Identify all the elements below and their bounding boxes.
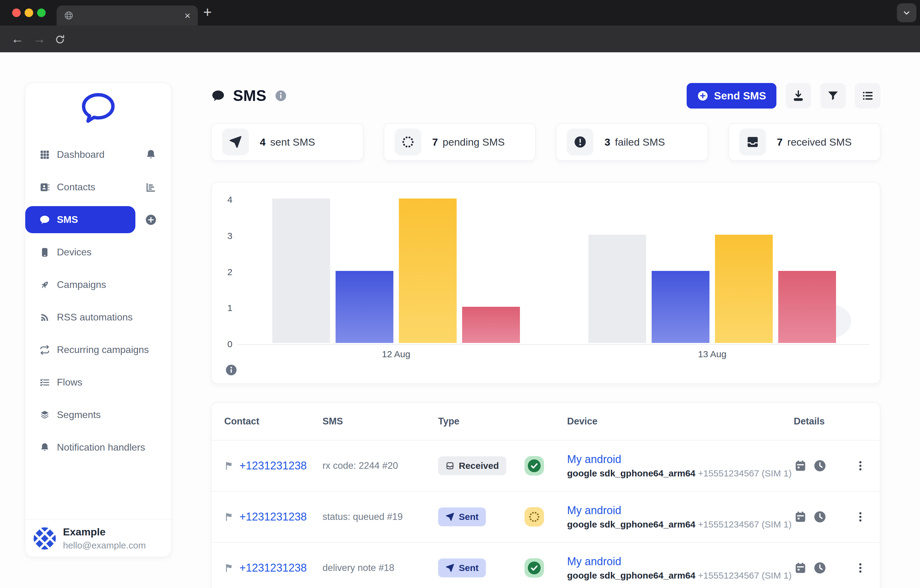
new-tab-button[interactable]: + <box>203 5 212 19</box>
device-model: google sdk_gphone64_arm64 <box>567 570 695 580</box>
bar-pending-12-aug[interactable] <box>399 199 457 343</box>
user-email: hello@example.com <box>63 540 146 551</box>
stat-card-failed-sms: 3 failed SMS <box>556 123 708 161</box>
tab-overview-button[interactable] <box>897 3 916 22</box>
sidebar-item-label: Recurring campaigns <box>57 344 149 355</box>
repeat-icon <box>39 344 50 355</box>
flag-icon[interactable] <box>224 563 234 573</box>
browser-tab[interactable]: × <box>57 5 198 26</box>
close-tab-icon[interactable]: × <box>185 10 190 21</box>
app-content: DashboardContactsSMSDevicesCampaignsRSS … <box>0 52 920 588</box>
type-badge-received: Received <box>438 456 506 475</box>
export-button[interactable] <box>786 83 811 108</box>
row-menu-icon[interactable] <box>854 460 867 472</box>
bar-sent-13-aug[interactable] <box>652 271 709 343</box>
account-menu[interactable]: Example hello@example.com <box>33 526 146 551</box>
contact-link[interactable]: +1231231238 <box>240 562 307 574</box>
inbox-outline-icon <box>445 461 455 470</box>
browser-window: × + ← → ☆ DashboardContactsSMSDevi <box>0 0 920 588</box>
sms-text: status: queued #19 <box>322 511 438 522</box>
sidebar-item-segments[interactable]: Segments <box>25 399 171 431</box>
traffic-lights <box>12 8 45 17</box>
device-model: google sdk_gphone64_arm64 <box>567 519 695 529</box>
table-row: +1231231238status: queued #19SentMy andr… <box>212 491 880 542</box>
calendar-icon[interactable] <box>794 459 807 472</box>
x-axis-line <box>238 344 870 345</box>
calendar-icon[interactable] <box>794 510 807 523</box>
type-badge-sent: Sent <box>438 559 486 577</box>
type-badge-label: Sent <box>459 512 479 522</box>
browser-titlebar: × + <box>0 0 920 26</box>
type-badge-label: Received <box>459 460 499 471</box>
bar-chart-icon[interactable] <box>145 181 157 193</box>
plus-circle-icon[interactable] <box>145 214 157 226</box>
y-axis-tick: 1 <box>216 303 232 313</box>
calendar-icon[interactable] <box>794 561 807 575</box>
contact-link[interactable]: +1231231238 <box>240 459 307 472</box>
contact-cell: +1231231238 <box>224 510 322 523</box>
info-icon[interactable] <box>274 89 287 102</box>
sidebar: DashboardContactsSMSDevicesCampaignsRSS … <box>24 82 172 557</box>
bar-received-13-aug[interactable] <box>588 235 646 343</box>
sms-text: delivery note #18 <box>322 562 438 573</box>
bar-failed-12-aug[interactable] <box>462 307 520 343</box>
bell-icon <box>39 442 50 453</box>
bar-failed-13-aug[interactable] <box>778 271 836 343</box>
forward-button[interactable]: → <box>33 32 45 45</box>
contact-link[interactable]: +1231231238 <box>240 510 307 523</box>
device-sub: google sdk_gphone64_arm64 +15551234567 (… <box>567 468 794 478</box>
download-icon <box>792 89 805 102</box>
chart-info-icon[interactable] <box>225 363 238 376</box>
filter-button[interactable] <box>820 83 846 108</box>
sms-table: ContactSMSTypeDeviceDetails +1231231238r… <box>211 402 880 588</box>
sidebar-item-campaigns[interactable]: Campaigns <box>25 268 171 301</box>
row-menu-icon[interactable] <box>854 562 867 574</box>
sidebar-item-contacts[interactable]: Contacts <box>25 171 171 204</box>
bar-group-13-aug <box>588 235 836 343</box>
status-success-icon <box>525 558 544 578</box>
flag-icon[interactable] <box>224 461 234 471</box>
bar-received-12-aug[interactable] <box>272 199 330 343</box>
sidebar-item-devices[interactable]: Devices <box>25 236 171 268</box>
close-window-icon[interactable] <box>12 8 21 17</box>
y-axis-tick: 3 <box>216 231 232 241</box>
send-plane-icon <box>229 135 242 149</box>
sidebar-item-notification-handlers[interactable]: Notification handlers <box>25 431 171 464</box>
y-axis-tick: 2 <box>216 267 232 277</box>
type-cell: Sent <box>438 507 567 527</box>
flag-icon[interactable] <box>224 512 234 522</box>
device-link[interactable]: My android <box>567 504 794 517</box>
device-link[interactable]: My android <box>567 453 794 466</box>
sidebar-item-flows[interactable]: Flows <box>25 366 171 399</box>
device-cell: My androidgoogle sdk_gphone64_arm64 +155… <box>567 453 794 478</box>
table-header: ContactSMSTypeDeviceDetails <box>212 402 880 440</box>
bell-icon[interactable] <box>145 149 157 161</box>
sidebar-item-rss-automations[interactable]: RSS automations <box>25 301 171 334</box>
x-axis-label: 13 Aug <box>667 349 758 359</box>
device-cell: My androidgoogle sdk_gphone64_arm64 +155… <box>567 504 794 530</box>
chat-bubble-icon <box>39 214 50 225</box>
plus-circle-icon <box>697 90 709 102</box>
back-button[interactable]: ← <box>11 32 24 45</box>
layers-icon <box>39 410 50 420</box>
clock-icon[interactable] <box>813 561 827 575</box>
sidebar-item-dashboard[interactable]: Dashboard <box>25 138 171 171</box>
clock-icon[interactable] <box>813 459 827 472</box>
rocket-icon <box>39 279 50 290</box>
device-link[interactable]: My android <box>567 555 794 568</box>
bar-pending-13-aug[interactable] <box>715 235 773 343</box>
list-view-button[interactable] <box>855 83 880 108</box>
send-sms-button[interactable]: Send SMS <box>687 83 776 108</box>
zoom-window-icon[interactable] <box>37 8 45 17</box>
bar-sent-12-aug[interactable] <box>335 271 394 343</box>
row-menu-icon[interactable] <box>854 511 867 523</box>
clock-icon[interactable] <box>813 510 827 523</box>
sidebar-item-sms[interactable]: SMS <box>25 204 171 236</box>
minimize-window-icon[interactable] <box>24 8 33 17</box>
sidebar-item-recurring-campaigns[interactable]: Recurring campaigns <box>25 334 171 366</box>
type-badge-label: Sent <box>459 563 479 573</box>
page-title: SMS <box>233 87 267 105</box>
reload-button[interactable] <box>54 34 66 45</box>
type-badge-sent: Sent <box>438 507 486 526</box>
send-plane-icon <box>445 564 455 572</box>
